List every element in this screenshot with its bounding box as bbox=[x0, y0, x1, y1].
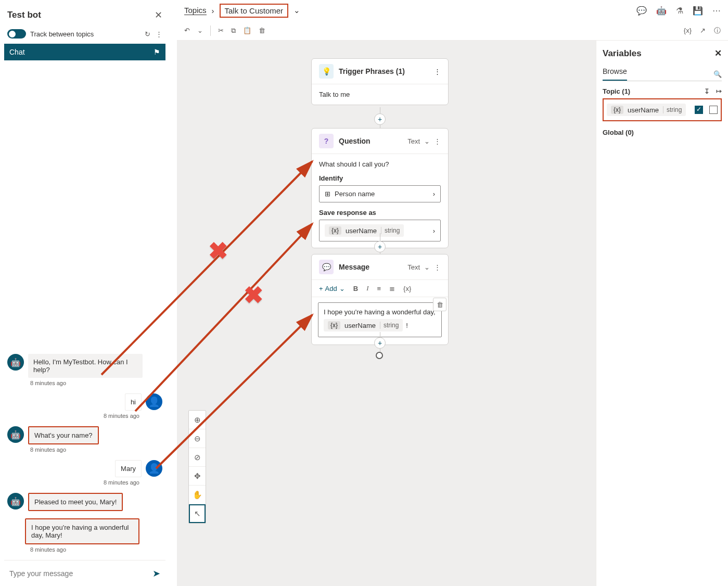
identify-select[interactable]: ⊞Person name › bbox=[319, 185, 441, 202]
paste-icon[interactable]: 📋 bbox=[243, 27, 251, 34]
close-icon[interactable]: ✕ bbox=[714, 48, 722, 59]
timestamp: 8 minutes ago bbox=[30, 546, 165, 553]
bot-message: Hello, I'm MyTestbot. How can I help? bbox=[28, 354, 143, 378]
question-prompt: What should I call you? bbox=[319, 160, 441, 168]
add-node-button[interactable]: + bbox=[374, 241, 386, 252]
variables-panel: Variables ✕ Browse 🔍 Topic (1) ↧ ↦ {x}us… bbox=[596, 41, 728, 586]
more-icon[interactable]: ⋯ bbox=[712, 6, 721, 16]
add-button[interactable]: + Add ⌄ bbox=[319, 285, 345, 292]
breadcrumb-current[interactable]: Talk to Customer bbox=[220, 4, 289, 18]
chevron-right-icon: › bbox=[433, 227, 435, 235]
variable-icon: {x} bbox=[329, 226, 341, 235]
trigger-phrase: Talk to me bbox=[312, 84, 448, 105]
more-icon[interactable]: ⋮ bbox=[156, 30, 162, 38]
italic-icon[interactable]: I bbox=[366, 284, 368, 292]
variable-icon[interactable]: {x} bbox=[684, 27, 692, 34]
flask-icon[interactable]: ⚗ bbox=[676, 6, 683, 16]
trigger-node[interactable]: 💡Trigger Phrases (1) ⋮ Talk to me bbox=[311, 58, 449, 105]
test-bot-panel: Test bot ✕ Track between topics ↻ ⋮ Chat… bbox=[4, 4, 165, 566]
bot-message: Pleased to meet you, Mary! bbox=[28, 493, 123, 511]
chat-body: 🤖 Hello, I'm MyTestbot. How can I help? … bbox=[4, 60, 165, 560]
question-icon: ? bbox=[319, 134, 334, 148]
track-toggle[interactable] bbox=[7, 29, 26, 39]
select-icon[interactable]: ↖ bbox=[189, 504, 206, 523]
chat-input-row: ➤ bbox=[4, 560, 165, 586]
chevron-right-icon: › bbox=[212, 6, 214, 15]
chevron-right-icon: › bbox=[433, 190, 435, 198]
timestamp: 8 minutes ago bbox=[4, 413, 139, 419]
close-icon[interactable]: ✕ bbox=[155, 9, 162, 21]
bot-icon[interactable]: 🤖 bbox=[656, 6, 667, 16]
end-node bbox=[376, 352, 383, 359]
pan-icon[interactable]: ✋ bbox=[189, 486, 206, 504]
comment-icon[interactable]: 💬 bbox=[636, 6, 647, 16]
save-icon[interactable]: 💾 bbox=[693, 6, 703, 16]
open-icon[interactable]: ↗ bbox=[700, 27, 706, 34]
variable-icon: {x} bbox=[611, 106, 623, 114]
flag-icon[interactable]: ⚑ bbox=[154, 48, 160, 56]
browse-tab[interactable]: Browse bbox=[603, 67, 627, 81]
timestamp: 8 minutes ago bbox=[4, 479, 139, 486]
chevron-down-icon[interactable]: ⌄ bbox=[293, 6, 300, 15]
chat-tab[interactable]: Chat ⚑ bbox=[4, 44, 165, 60]
bot-avatar-icon: 🤖 bbox=[7, 493, 24, 509]
chevron-down-icon[interactable]: ⌄ bbox=[424, 137, 430, 145]
cut-icon[interactable]: ✂ bbox=[218, 27, 224, 34]
number-list-icon[interactable]: ≣ bbox=[389, 285, 395, 292]
info-icon[interactable]: ⓘ bbox=[714, 26, 721, 35]
search-icon[interactable]: 🔍 bbox=[713, 70, 722, 78]
user-message: Mary bbox=[115, 460, 142, 477]
user-avatar-icon: 👤 bbox=[146, 393, 162, 410]
bullet-list-icon[interactable]: ≡ bbox=[377, 285, 381, 292]
chat-input[interactable] bbox=[9, 569, 152, 578]
variable-icon[interactable]: {x} bbox=[403, 285, 411, 292]
return-checkbox[interactable] bbox=[709, 106, 718, 114]
bot-avatar-icon: 🤖 bbox=[7, 426, 24, 443]
refresh-icon[interactable]: ↻ bbox=[145, 30, 150, 38]
fit-icon[interactable]: ⊘ bbox=[189, 448, 206, 467]
chevron-down-icon[interactable]: ⌄ bbox=[424, 263, 430, 271]
return-icon[interactable]: ↦ bbox=[716, 87, 722, 95]
track-label: Track between topics bbox=[30, 30, 94, 38]
message-node[interactable]: 💬Message Text ⌄ ⋮ + Add ⌄ B I ≡ ≣ {x} 🗑 … bbox=[311, 254, 449, 345]
x-mark-icon: ✖ bbox=[208, 237, 228, 265]
person-icon: ⊞ bbox=[325, 190, 330, 198]
undo-dropdown-icon[interactable]: ⌄ bbox=[197, 27, 203, 34]
bot-message: What's your name? bbox=[28, 426, 99, 444]
delete-icon[interactable]: 🗑 bbox=[433, 298, 446, 311]
x-mark-icon: ✖ bbox=[244, 281, 264, 309]
undo-icon[interactable]: ↶ bbox=[184, 27, 190, 34]
variable-row[interactable]: {x}userNamestring bbox=[603, 98, 722, 121]
more-icon[interactable]: ⋮ bbox=[434, 137, 441, 145]
receive-checkbox[interactable] bbox=[695, 106, 703, 114]
zoom-controls: ⊕ ⊖ ⊘ ✥ ✋ ↖ bbox=[188, 410, 206, 524]
delete-icon[interactable]: 🗑 bbox=[259, 27, 265, 34]
add-node-button[interactable]: + bbox=[374, 337, 386, 349]
breadcrumb-root[interactable]: Topics bbox=[184, 6, 207, 15]
user-avatar-icon: 👤 bbox=[146, 460, 162, 477]
copy-icon[interactable]: ⧉ bbox=[231, 27, 236, 35]
receive-icon[interactable]: ↧ bbox=[704, 87, 710, 95]
bot-message: I hope you're having a wonderful day, Ma… bbox=[25, 518, 139, 544]
timestamp: 8 minutes ago bbox=[30, 447, 165, 453]
add-node-button[interactable]: + bbox=[374, 113, 386, 125]
question-node[interactable]: ?Question Text ⌄ ⋮ What should I call yo… bbox=[311, 128, 449, 248]
more-icon[interactable]: ⋮ bbox=[434, 263, 441, 271]
more-icon[interactable]: ⋮ bbox=[434, 68, 441, 75]
variable-icon: {x} bbox=[328, 321, 340, 329]
bold-icon[interactable]: B bbox=[353, 285, 358, 292]
center-icon[interactable]: ✥ bbox=[189, 467, 206, 486]
user-message: hi bbox=[125, 393, 142, 411]
send-icon[interactable]: ➤ bbox=[152, 568, 160, 579]
timestamp: 8 minutes ago bbox=[30, 380, 165, 386]
lightbulb-icon: 💡 bbox=[319, 64, 334, 79]
zoom-out-icon[interactable]: ⊖ bbox=[189, 429, 206, 448]
test-bot-title: Test bot bbox=[7, 10, 41, 20]
message-icon: 💬 bbox=[319, 260, 334, 274]
bot-avatar-icon: 🤖 bbox=[7, 354, 24, 371]
zoom-in-icon[interactable]: ⊕ bbox=[189, 411, 206, 429]
